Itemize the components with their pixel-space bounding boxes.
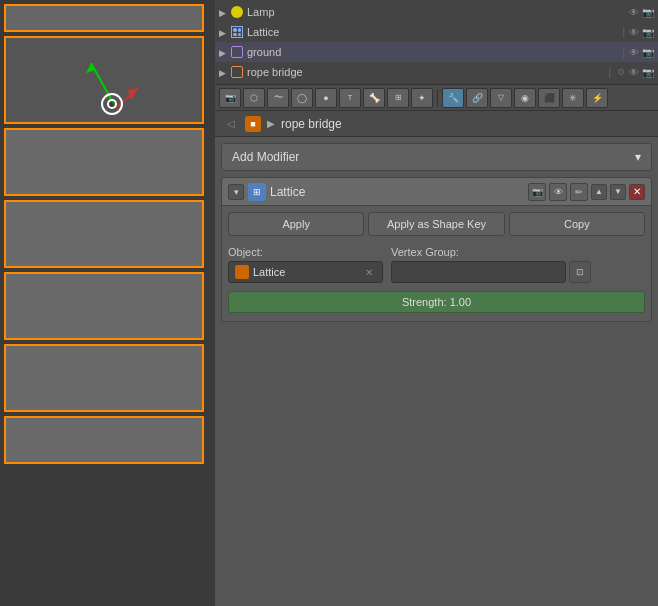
copy-button[interactable]: Copy xyxy=(509,212,645,236)
strength-row: Strength: 1.00 xyxy=(222,287,651,321)
vertex-group-select-btn[interactable]: ⊡ xyxy=(569,261,591,283)
breadcrumb-back-icon[interactable]: ◁ xyxy=(223,116,239,132)
lattice-visibility-icon[interactable]: 👁 xyxy=(629,27,639,38)
toolbar-btn-surface[interactable]: ◯ xyxy=(291,88,313,108)
breadcrumb: ◁ ■ ▶ rope bridge xyxy=(215,111,658,137)
scene-item-lamp-label: Lamp xyxy=(247,6,625,18)
toolbar-btn-phy[interactable]: ⚡ xyxy=(586,88,608,108)
crosshair xyxy=(101,93,123,115)
expand-icon-ground: ▶ xyxy=(219,48,227,56)
scene-item-lamp[interactable]: ▶ Lamp 👁 📷 xyxy=(215,2,658,22)
lamp-icon xyxy=(231,6,243,18)
svg-marker-1 xyxy=(86,63,96,73)
object-clear-btn[interactable]: ✕ xyxy=(362,265,376,279)
vertex-group-field-group: Vertex Group: ⊡ xyxy=(391,246,591,283)
object-field-group: Object: Lattice ✕ xyxy=(228,246,383,283)
toolbar-btn-armature[interactable]: 🦴 xyxy=(363,88,385,108)
modifier-up-btn[interactable]: ▲ xyxy=(591,184,607,200)
toolbar-btn-wrench[interactable]: 🔧 xyxy=(442,88,464,108)
vertex-group-label: Vertex Group: xyxy=(391,246,591,258)
rope-extra-icon: ⚙ xyxy=(617,67,625,77)
modifier-visibility-icon-btn[interactable]: 👁 xyxy=(549,183,567,201)
toolbar-btn-curve[interactable]: 〜 xyxy=(267,88,289,108)
toolbar-btn-mesh[interactable]: ⬡ xyxy=(243,88,265,108)
toolbar-btn-part[interactable]: ✳ xyxy=(562,88,584,108)
lamp-visibility-icon[interactable]: 👁 xyxy=(629,7,639,18)
lattice-separator: | xyxy=(622,27,625,38)
breadcrumb-separator: ▶ xyxy=(267,118,275,129)
thumbnail-5[interactable] xyxy=(4,272,204,340)
right-panel: ▶ Lamp 👁 📷 ▶ Lattice | 👁 📷 ▶ xyxy=(215,0,658,606)
toolbar-btn-camera[interactable]: 📷 xyxy=(219,88,241,108)
modifier-titlebar: ▾ ⊞ Lattice 📷 👁 ✏ ▲ ▼ ✕ xyxy=(222,178,651,206)
modifier-lattice-block: ▾ ⊞ Lattice 📷 👁 ✏ ▲ ▼ ✕ Apply Apply as S… xyxy=(221,177,652,322)
scene-item-lamp-icons: 👁 📷 xyxy=(629,7,654,18)
toolbar-btn-mat[interactable]: ◉ xyxy=(514,88,536,108)
scene-list: ▶ Lamp 👁 📷 ▶ Lattice | 👁 📷 ▶ xyxy=(215,0,658,85)
scene-item-lattice-label: Lattice xyxy=(247,26,614,38)
properties-panel: Add Modifier ▾ ▾ ⊞ Lattice 📷 👁 ✏ ▲ ▼ ✕ xyxy=(215,137,658,606)
toolbar-btn-text[interactable]: T xyxy=(339,88,361,108)
modifier-type-icon: ⊞ xyxy=(248,183,266,201)
strength-slider[interactable]: Strength: 1.00 xyxy=(228,291,645,313)
thumbnail-4[interactable] xyxy=(4,200,204,268)
toolbar: 📷 ⬡ 〜 ◯ ● T 🦴 ⊞ ✦ 🔧 🔗 ▽ ◉ ⬛ ✳ ⚡ xyxy=(215,85,658,111)
object-value: Lattice xyxy=(253,266,285,278)
thumbnail-6[interactable] xyxy=(4,344,204,412)
apply-shape-key-button[interactable]: Apply as Shape Key xyxy=(368,212,504,236)
rope-visibility-icon[interactable]: 👁 xyxy=(629,67,639,78)
modifier-name: Lattice xyxy=(270,185,524,199)
rope-render-icon[interactable]: 📷 xyxy=(642,67,654,78)
scene-item-rope[interactable]: ▶ rope bridge | ⚙ 👁 📷 xyxy=(215,62,658,82)
apply-buttons-row: Apply Apply as Shape Key Copy xyxy=(222,206,651,242)
expand-icon-rope: ▶ xyxy=(219,68,227,76)
thumbnail-3[interactable] xyxy=(4,128,204,196)
modifier-action-icons: 📷 👁 ✏ ▲ ▼ ✕ xyxy=(528,183,645,201)
thumbnail-1[interactable] xyxy=(4,4,204,32)
thumbnail-7[interactable] xyxy=(4,416,204,464)
toolbar-btn-empty[interactable]: ✦ xyxy=(411,88,433,108)
add-modifier-arrow: ▾ xyxy=(635,150,641,164)
scene-item-rope-label: rope bridge xyxy=(247,66,600,78)
breadcrumb-object-name: rope bridge xyxy=(281,117,342,131)
scene-item-rope-icons: 👁 📷 xyxy=(629,67,654,78)
object-vertex-fields: Object: Lattice ✕ Vertex Group: ⊡ xyxy=(222,242,651,287)
scene-item-lattice-icons: 👁 📷 xyxy=(629,27,654,38)
vertex-group-input[interactable] xyxy=(391,261,566,283)
thumbnail-viewport[interactable] xyxy=(4,36,204,124)
rope-icon xyxy=(231,66,243,78)
object-input[interactable]: Lattice ✕ xyxy=(228,261,383,283)
object-label: Object: xyxy=(228,246,383,258)
toolbar-separator-1 xyxy=(437,89,438,107)
scene-item-ground[interactable]: ▶ ground | 👁 📷 xyxy=(215,42,658,62)
add-modifier-button[interactable]: Add Modifier ▾ xyxy=(221,143,652,171)
toolbar-btn-data2[interactable]: ▽ xyxy=(490,88,512,108)
toolbar-btn-tex[interactable]: ⬛ xyxy=(538,88,560,108)
lattice-render-icon[interactable]: 📷 xyxy=(642,27,654,38)
ground-visibility-icon[interactable]: 👁 xyxy=(629,47,639,58)
apply-button[interactable]: Apply xyxy=(228,212,364,236)
toolbar-btn-constraint[interactable]: 🔗 xyxy=(466,88,488,108)
toolbar-btn-lattice[interactable]: ⊞ xyxy=(387,88,409,108)
expand-icon-lattice: ▶ xyxy=(219,28,227,36)
left-thumbnails-panel xyxy=(0,0,215,606)
svg-marker-3 xyxy=(128,88,138,100)
modifier-edit-icon-btn[interactable]: ✏ xyxy=(570,183,588,201)
breadcrumb-object-icon: ■ xyxy=(245,116,261,132)
ground-icon xyxy=(231,46,243,58)
modifier-collapse-button[interactable]: ▾ xyxy=(228,184,244,200)
ground-render-icon[interactable]: 📷 xyxy=(642,47,654,58)
ground-separator: | xyxy=(622,47,625,58)
lamp-render-icon[interactable]: 📷 xyxy=(642,7,654,18)
strength-value: Strength: 1.00 xyxy=(402,296,471,308)
lattice-icon xyxy=(231,26,243,38)
scene-item-lattice[interactable]: ▶ Lattice | 👁 📷 xyxy=(215,22,658,42)
toolbar-btn-meta[interactable]: ● xyxy=(315,88,337,108)
modifier-render-icon-btn[interactable]: 📷 xyxy=(528,183,546,201)
rope-separator: | xyxy=(608,67,611,78)
scene-item-ground-icons: 👁 📷 xyxy=(629,47,654,58)
modifier-down-btn[interactable]: ▼ xyxy=(610,184,626,200)
scene-item-ground-label: ground xyxy=(247,46,614,58)
modifier-close-btn[interactable]: ✕ xyxy=(629,184,645,200)
object-cube-icon xyxy=(235,265,249,279)
